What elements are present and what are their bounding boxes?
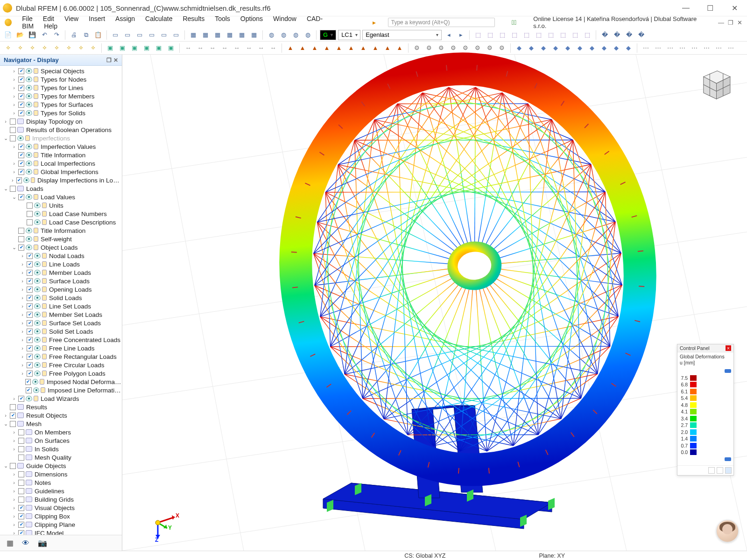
eye-icon[interactable] xyxy=(26,236,32,242)
tree-twisty[interactable]: › xyxy=(11,530,17,535)
tree-item[interactable]: Load Case Numbers xyxy=(0,210,122,218)
tree-twisty[interactable]: › xyxy=(11,497,17,502)
tree-checkbox[interactable] xyxy=(27,270,33,276)
tree-checkbox[interactable] xyxy=(27,345,33,351)
eye-icon[interactable] xyxy=(34,278,41,284)
tree-twisty[interactable]: ⌄ xyxy=(11,245,17,251)
eye-icon[interactable] xyxy=(34,270,41,275)
tree-twisty[interactable]: › xyxy=(20,278,25,284)
tree-checkbox[interactable] xyxy=(18,505,24,511)
eye-icon[interactable] xyxy=(34,329,41,334)
tree-checkbox[interactable] xyxy=(18,480,24,486)
tree-item[interactable]: ›Guidelines xyxy=(0,487,122,495)
tree-twisty[interactable]: › xyxy=(11,77,17,82)
tree-item[interactable]: ›Notes xyxy=(0,478,122,487)
tree-twisty[interactable]: › xyxy=(11,144,17,149)
tree-checkbox[interactable] xyxy=(10,413,16,419)
tree-item[interactable]: Imposed Nodal Deformatio... xyxy=(0,378,122,386)
tb-render-1[interactable]: ◍ xyxy=(278,30,289,40)
tree-checkbox[interactable] xyxy=(27,354,33,360)
tb-snap-4[interactable]: ✧ xyxy=(51,43,62,53)
tb-disp-5[interactable]: ▦ xyxy=(249,30,259,40)
tree-checkbox[interactable] xyxy=(18,68,24,74)
legend-tab-2[interactable] xyxy=(717,467,723,474)
eye-icon[interactable] xyxy=(26,161,32,166)
tb-render-3[interactable]: ◍ xyxy=(303,30,313,40)
menu-window[interactable]: Window xyxy=(273,15,296,22)
tree-checkbox[interactable] xyxy=(18,522,24,528)
eye-icon[interactable] xyxy=(34,203,41,208)
tree-checkbox[interactable] xyxy=(27,211,33,217)
tb-snap-0[interactable]: ✧ xyxy=(3,43,13,53)
tree-item[interactable]: ›Free Rectangular Loads xyxy=(0,352,122,361)
nav-tab-display-icon[interactable]: 👁 xyxy=(22,539,29,547)
doc-minimize-button[interactable]: ― xyxy=(718,19,724,26)
tree-twisty[interactable]: › xyxy=(11,68,17,74)
tree-item[interactable]: ›Global Imperfections xyxy=(0,168,122,176)
eye-icon[interactable] xyxy=(26,77,32,82)
legend-tab-3[interactable] xyxy=(725,467,732,474)
app-menu-icon[interactable] xyxy=(5,19,12,26)
tree-checkbox[interactable] xyxy=(18,161,24,167)
tb-more-5[interactable]: ⋯ xyxy=(701,43,712,53)
nav-tab-data-icon[interactable]: ▦ xyxy=(7,539,14,547)
tree-item[interactable]: ›Free Line Loads xyxy=(0,344,122,352)
tree-checkbox[interactable] xyxy=(27,312,33,318)
tb-new-file[interactable]: 📄 xyxy=(3,30,13,40)
eye-icon[interactable] xyxy=(32,379,38,385)
tb-res-3[interactable]: ⬚ xyxy=(509,30,520,40)
tree-checkbox[interactable] xyxy=(10,119,16,125)
tree-item[interactable]: ›Member Set Loads xyxy=(0,310,122,319)
eye-icon[interactable] xyxy=(26,110,32,116)
eye-icon[interactable] xyxy=(26,194,32,200)
menu-file[interactable]: File xyxy=(22,15,33,22)
tb-more-3[interactable]: ⋯ xyxy=(677,43,687,53)
tree-twisty[interactable]: ⌄ xyxy=(3,463,8,469)
loadcase-group-combo[interactable]: G ▾ xyxy=(320,30,336,40)
legend-top-handle[interactable] xyxy=(725,369,731,373)
tree-item[interactable]: ›Types for Lines xyxy=(0,84,122,92)
eye-icon[interactable] xyxy=(23,177,29,183)
menu-options[interactable]: Options xyxy=(240,15,263,22)
tb-res-9[interactable]: ⬚ xyxy=(582,30,592,40)
tree-twisty[interactable]: › xyxy=(3,413,8,418)
legend-close-button[interactable]: × xyxy=(726,345,731,351)
view-cube[interactable] xyxy=(696,63,735,102)
tree-checkbox[interactable] xyxy=(10,135,16,141)
navigator-undock-button[interactable]: ❐ xyxy=(106,57,112,63)
tree-item[interactable]: ›Solid Loads xyxy=(0,294,122,302)
tree-item[interactable]: ›Display Topology on xyxy=(0,117,122,126)
tb-disp-3[interactable]: ▦ xyxy=(225,30,235,40)
tree-item[interactable]: ›Types for Surfaces xyxy=(0,100,122,109)
assistant-avatar[interactable] xyxy=(716,520,739,542)
doc-restore-button[interactable]: ❐ xyxy=(728,19,733,26)
eye-icon[interactable] xyxy=(34,362,41,368)
tree-checkbox[interactable] xyxy=(27,371,33,377)
tb-res-5[interactable]: ⬚ xyxy=(534,30,544,40)
tree-twisty[interactable]: › xyxy=(20,362,25,368)
eye-icon[interactable] xyxy=(26,93,32,99)
tree-item[interactable]: ⌄Imperfections xyxy=(0,134,122,142)
eye-icon[interactable] xyxy=(34,371,41,376)
tree-twisty[interactable]: › xyxy=(3,119,8,124)
tree-twisty[interactable]: › xyxy=(20,287,25,292)
tree-checkbox[interactable] xyxy=(18,110,24,116)
tree-checkbox[interactable] xyxy=(18,102,24,108)
tree-checkbox[interactable] xyxy=(18,488,24,494)
tb-view-2[interactable]: ▭ xyxy=(134,30,145,40)
tb-sel-4[interactable]: ▣ xyxy=(154,43,164,53)
maximize-button[interactable]: ☐ xyxy=(703,4,717,13)
tree-checkbox[interactable] xyxy=(27,278,33,284)
tree-checkbox[interactable] xyxy=(18,429,24,435)
tb-render-0[interactable]: ◍ xyxy=(266,30,276,40)
tree-checkbox[interactable] xyxy=(18,455,24,461)
tree-item[interactable]: ›In Solids xyxy=(0,445,122,453)
tree-checkbox[interactable] xyxy=(10,404,16,410)
close-button[interactable]: ✕ xyxy=(727,4,741,13)
tree-twisty[interactable]: › xyxy=(11,396,17,401)
tree-twisty[interactable]: › xyxy=(11,161,17,166)
tree-item[interactable]: ›Nodal Loads xyxy=(0,252,122,260)
eye-icon[interactable] xyxy=(26,396,32,401)
tree-item[interactable]: ⌄Mesh xyxy=(0,420,122,428)
eye-icon[interactable] xyxy=(26,169,32,175)
